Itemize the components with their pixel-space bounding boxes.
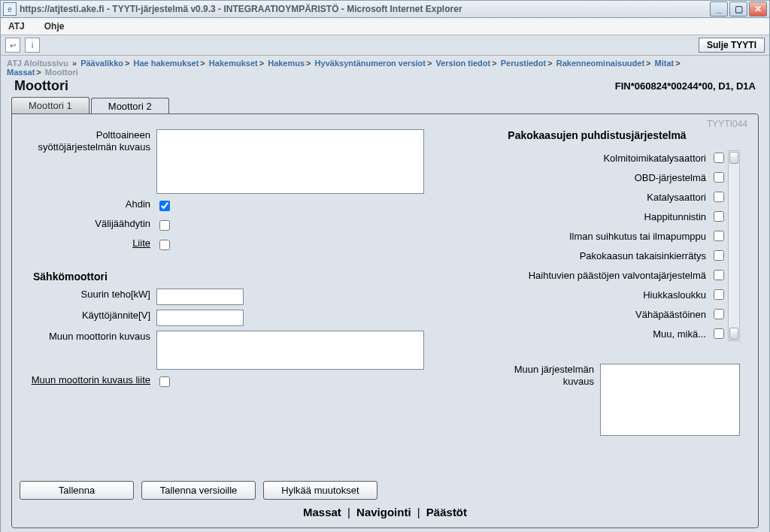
document-id: FIN*060824*00244*00, D1, D1A xyxy=(615,80,763,92)
checkbox-katalysaattori[interactable] xyxy=(714,192,724,202)
checkbox-muun-liite[interactable] xyxy=(159,376,170,387)
maximize-button[interactable]: ▢ xyxy=(729,2,747,17)
input-suurin-teho[interactable] xyxy=(156,289,244,305)
menu-ohje[interactable]: Ohje xyxy=(44,21,65,32)
nav-paastot[interactable]: Päästöt xyxy=(426,506,467,518)
window-titlebar: e https://atjtesti.ake.fi - TYYTI-järjes… xyxy=(0,0,770,18)
form-panel: TYYTI044 Polttoaineen syöttöjärjestelmän… xyxy=(11,113,759,528)
save-button[interactable]: Tallenna xyxy=(20,481,134,500)
input-muun-jarjestelman[interactable] xyxy=(600,364,740,436)
minimize-button[interactable]: _ xyxy=(710,2,728,17)
list-item-label: Haihtuvien päästöjen valvontajärjestelmä xyxy=(529,270,711,281)
crumb-item[interactable]: Perustiedot xyxy=(501,59,547,68)
link-liite[interactable]: Liite xyxy=(30,237,156,249)
crumb-item[interactable]: Hyväksyntänumeron versiot xyxy=(315,59,426,68)
label-ahdin: Ahdin xyxy=(30,198,156,210)
crumb-item[interactable]: Hae hakemukset xyxy=(134,59,199,68)
nav-navigointi[interactable]: Navigointi xyxy=(356,506,411,518)
save-versions-button[interactable]: Tallenna versioille xyxy=(141,481,256,500)
list-item-label: Katalysaattori xyxy=(647,192,711,203)
reject-button[interactable]: Hylkää muutokset xyxy=(263,481,377,500)
window-title: https://atjtesti.ake.fi - TYYTI-järjeste… xyxy=(20,4,710,14)
checkbox-ilmapumppu[interactable] xyxy=(714,231,724,241)
checkbox-obd[interactable] xyxy=(714,172,724,183)
label-fuel-desc: Polttoaineen syöttöjärjestelmän kuvaus xyxy=(30,129,156,153)
checkbox-vahapaastoinen[interactable] xyxy=(714,309,724,319)
info-icon[interactable]: i xyxy=(25,38,40,53)
breadcrumb: ATJ Aloitussivu » Päävalikko> Hae hakemu… xyxy=(0,56,770,77)
form-code: TYYTI044 xyxy=(707,119,747,129)
section-pakokaasu: Pakokaasujen puhdistusjärjestelmä xyxy=(454,129,740,141)
list-item-label: OBD-järjestelmä xyxy=(635,172,711,183)
label-suurin-teho: Suurin teho[kW] xyxy=(30,289,156,301)
checkbox-liite[interactable] xyxy=(159,240,170,250)
menu-atj[interactable]: ATJ xyxy=(8,21,25,32)
menubar: ATJ Ohje xyxy=(0,18,770,35)
label-muun-jarjestelman: Muun järjestelmän kuvaus xyxy=(496,364,600,436)
crumb-item[interactable]: Version tiedot xyxy=(435,59,490,68)
close-tyyti-button[interactable]: Sulje TYYTI xyxy=(699,38,765,53)
page-title-row: Moottori FIN*060824*00244*00, D1, D1A xyxy=(0,77,770,97)
crumb-current: Moottori xyxy=(45,68,78,77)
input-fuel-desc[interactable] xyxy=(156,129,424,194)
crumb-start: ATJ Aloitussivu xyxy=(7,59,68,68)
input-muun-moottorin[interactable] xyxy=(156,331,424,370)
back-icon[interactable]: ↩ xyxy=(5,38,20,53)
ie-icon: e xyxy=(3,2,17,16)
scrollbar[interactable] xyxy=(728,150,740,341)
tab-moottori-2[interactable]: Moottori 2 xyxy=(91,98,169,114)
section-sahkomoottori: Sähkömoottori xyxy=(33,271,424,283)
crumb-item[interactable]: Massat xyxy=(7,68,35,77)
checkbox-hiukkasloukku[interactable] xyxy=(714,289,724,300)
list-item-label: Muu, mikä... xyxy=(653,328,711,340)
purification-list: Kolmitoimikatalysaattori OBD-järjestelmä… xyxy=(454,150,740,341)
close-button[interactable]: ✕ xyxy=(749,2,767,17)
bottom-nav: Massat | Navigointi | Päästöt xyxy=(20,506,750,518)
checkbox-kolmitoimi[interactable] xyxy=(714,153,724,163)
crumb-item[interactable]: Päävalikko xyxy=(80,59,123,68)
crumb-item[interactable]: Mitat xyxy=(655,59,675,68)
list-item-label: Vähäpäästöinen xyxy=(635,309,711,320)
link-muun-liite[interactable]: Muun moottorin kuvaus liite xyxy=(30,374,156,386)
tab-moottori-1[interactable]: Moottori 1 xyxy=(11,97,89,113)
crumb-item[interactable]: Hakemus xyxy=(268,59,305,68)
tab-row: Moottori 1 Moottori 2 xyxy=(0,97,770,113)
checkbox-happitunnistin[interactable] xyxy=(714,211,724,222)
label-muun-moottorin: Muun moottorin kuvaus xyxy=(30,331,156,343)
crumb-item[interactable]: Hakemukset xyxy=(209,59,258,68)
input-kayttojannite[interactable] xyxy=(156,310,244,326)
crumb-item[interactable]: Rakenneominaisuudet xyxy=(556,59,644,68)
list-item-label: Hiukkasloukku xyxy=(643,289,711,301)
checkbox-valijaahdytin[interactable] xyxy=(159,220,170,231)
toolbar: ↩ i Sulje TYYTI xyxy=(0,35,770,56)
page-title: Moottori xyxy=(14,78,68,94)
list-item-label: Ilman suihkutus tai ilmapumppu xyxy=(569,231,711,242)
list-item-label: Kolmitoimikatalysaattori xyxy=(603,153,711,164)
nav-massat[interactable]: Massat xyxy=(303,506,341,518)
checkbox-ahdin[interactable] xyxy=(159,201,170,211)
checkbox-takaisinkierratys[interactable] xyxy=(714,250,724,261)
label-kayttojannite: Käyttöjännite[V] xyxy=(30,310,156,322)
checkbox-muu[interactable] xyxy=(714,328,724,339)
label-valijaahdytin: Välijäähdytin xyxy=(30,218,156,230)
list-item-label: Pakokaasun takaisinkierrätys xyxy=(580,250,711,261)
checkbox-haihtuvien[interactable] xyxy=(714,270,724,280)
list-item-label: Happitunnistin xyxy=(644,211,711,222)
